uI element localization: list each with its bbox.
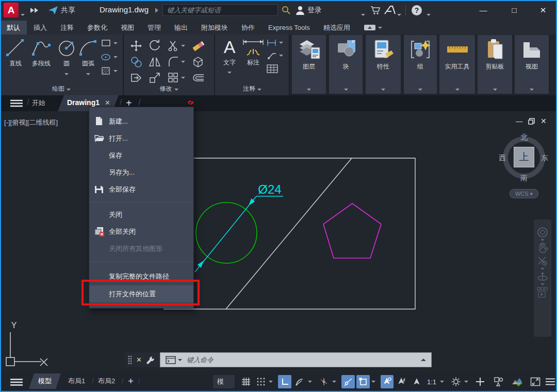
isolate-objects-icon[interactable] <box>492 375 505 388</box>
file-tab-start[interactable]: 开始 <box>32 98 45 108</box>
ellipse-tool[interactable] <box>101 53 118 62</box>
view-panel[interactable]: 视图 <box>515 35 549 94</box>
showmotion-icon[interactable] <box>536 286 549 299</box>
chevron-down-icon[interactable] <box>530 89 534 91</box>
plus-tray-icon[interactable] <box>473 375 487 388</box>
erase-tool-icon[interactable] <box>191 40 205 52</box>
wrench-icon[interactable] <box>146 355 155 365</box>
status-menu-icon[interactable] <box>10 379 23 386</box>
help-caret-icon[interactable] <box>427 9 431 18</box>
ribbon-tab-output[interactable]: 输出 <box>168 21 194 35</box>
chevron-down-icon[interactable] <box>308 381 312 383</box>
ribbon-tab-home[interactable]: 默认 <box>0 21 27 35</box>
viewcube-east[interactable]: 东 <box>539 154 550 163</box>
copy-tool-icon[interactable] <box>130 56 142 68</box>
rectangle-tool[interactable] <box>101 39 118 48</box>
annotation-visibility-icon[interactable] <box>381 375 394 388</box>
annotation-panel-label[interactable]: 注释 <box>216 84 289 93</box>
autodesk-logo-icon[interactable] <box>384 5 396 15</box>
command-close-icon[interactable]: ✕ <box>136 356 142 364</box>
snap-mode-icon[interactable] <box>254 375 268 388</box>
layout-tab-1[interactable]: 布局1 <box>68 374 85 388</box>
menu-item-save[interactable]: 保存 <box>89 147 193 164</box>
scale-tool-icon[interactable] <box>149 72 161 84</box>
chevron-down-icon[interactable] <box>113 56 118 58</box>
text-tool[interactable]: A 文字 <box>219 37 240 75</box>
menu-item-save-all[interactable]: 全部保存 <box>89 181 193 198</box>
menu-item-open[interactable]: 打开... <box>89 130 193 147</box>
block-panel[interactable]: 块 <box>329 35 363 94</box>
trim-tool[interactable] <box>168 40 185 52</box>
ribbon-tab-parametric[interactable]: 参数化 <box>80 21 114 35</box>
menu-item-close-all[interactable]: 全部关闭 <box>89 223 193 240</box>
chevron-down-icon[interactable] <box>86 73 90 75</box>
drag-grip-icon[interactable] <box>128 355 132 365</box>
wcs-dropdown[interactable]: WCS ▾ <box>510 189 538 198</box>
chevron-down-icon[interactable] <box>181 61 185 63</box>
help-icon[interactable]: ? <box>411 5 422 16</box>
orbit-icon[interactable] <box>536 271 549 282</box>
maximize-button[interactable]: □ <box>506 4 522 16</box>
search-arrow-icon[interactable] <box>155 8 159 13</box>
dimension-tool[interactable]: 标注 <box>241 37 265 67</box>
chevron-down-icon[interactable] <box>464 381 468 383</box>
chevron-down-icon[interactable] <box>227 72 232 74</box>
annotation-scale-icon[interactable] <box>410 375 423 388</box>
cart-icon[interactable] <box>370 6 381 15</box>
isometric-drafting-icon[interactable] <box>317 375 331 388</box>
offset-tool-icon[interactable] <box>191 72 205 84</box>
search-input[interactable] <box>162 4 278 16</box>
chevron-down-icon[interactable] <box>307 89 311 91</box>
command-history-icon[interactable] <box>421 359 426 361</box>
chevron-down-icon[interactable] <box>178 359 182 361</box>
line-tool[interactable]: 直线 <box>4 38 27 68</box>
chevron-down-icon[interactable] <box>181 45 185 47</box>
rotate-tool-icon[interactable] <box>149 40 161 52</box>
file-menu-icon[interactable] <box>10 99 23 107</box>
viewcube-top-face[interactable]: 上 <box>514 147 534 167</box>
grid-display-icon[interactable] <box>239 375 253 388</box>
chevron-down-icon[interactable] <box>440 381 444 383</box>
object-snap-icon[interactable] <box>356 375 370 388</box>
polar-tracking-icon[interactable] <box>293 375 306 388</box>
chevron-down-icon[interactable] <box>381 89 385 91</box>
chevron-down-icon[interactable] <box>493 89 497 91</box>
share-button[interactable]: 共享 <box>61 6 75 15</box>
close-button[interactable]: ✕ <box>535 4 551 16</box>
move-tool-icon[interactable] <box>130 40 142 52</box>
pan-hand-icon[interactable] <box>537 242 548 254</box>
viewport-close-icon[interactable]: ✕ <box>540 117 547 125</box>
viewport-minimize-icon[interactable]: — <box>516 117 522 125</box>
object-snap-tracking-icon[interactable] <box>341 375 355 388</box>
app-logo[interactable]: A <box>4 3 19 18</box>
ribbon-collapse-button[interactable] <box>364 21 382 35</box>
viewport-restore-icon[interactable] <box>528 118 535 125</box>
menu-item-new[interactable]: 新建... <box>89 113 193 130</box>
chevron-down-icon[interactable] <box>455 89 460 91</box>
steering-wheel-icon[interactable] <box>537 227 548 238</box>
ribbon-tab-manage[interactable]: 管理 <box>141 21 168 35</box>
layout-tab-2[interactable]: 布局2 <box>98 374 115 388</box>
qat-expand-icon[interactable] <box>30 7 39 13</box>
chevron-down-icon[interactable] <box>113 70 118 72</box>
ribbon-tab-collaborate[interactable]: 协作 <box>235 21 261 35</box>
box-tool-icon[interactable] <box>192 56 204 68</box>
linear-dimension-tool[interactable] <box>267 39 283 47</box>
tab-close-icon[interactable]: ✕ <box>105 99 110 107</box>
chevron-down-icon[interactable] <box>279 55 283 57</box>
layout-tab-model[interactable]: 模型 <box>29 373 61 389</box>
ribbon-tab-featured[interactable]: 精选应用 <box>317 21 357 35</box>
ribbon-tab-express[interactable]: Express Tools <box>261 21 317 35</box>
drawing-canvas[interactable]: [-][俯视][二维线框] — ✕ 北 西 东 南 上 WCS ▾ <box>0 111 557 392</box>
mirror-tool-icon[interactable] <box>149 56 161 68</box>
chevron-down-icon[interactable] <box>269 381 273 383</box>
chevron-down-icon[interactable] <box>540 239 545 241</box>
ortho-mode-icon[interactable] <box>278 375 291 388</box>
search-icon[interactable] <box>282 6 291 15</box>
table-tool-icon[interactable] <box>267 64 278 74</box>
viewcube-north[interactable]: 北 <box>519 133 529 142</box>
annotation-autoscale-icon[interactable] <box>395 375 408 388</box>
chevron-down-icon[interactable] <box>540 268 545 270</box>
model-paper-toggle[interactable]: 模型 <box>213 375 235 388</box>
arc-tool[interactable]: 圆弧 <box>77 38 99 77</box>
